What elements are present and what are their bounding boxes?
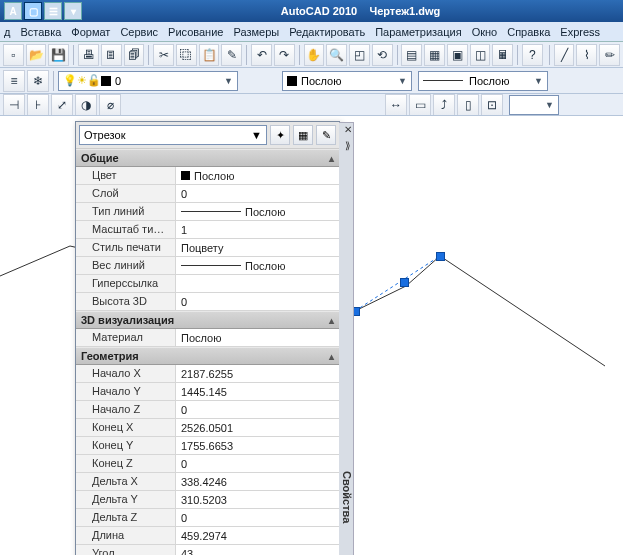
prop-starty[interactable]: Начало Y1445.145: [76, 383, 339, 401]
zoom-window-icon[interactable]: ◰: [349, 44, 370, 66]
dim-icon[interactable]: ⊣: [3, 94, 25, 116]
menu-item[interactable]: Окно: [472, 26, 498, 38]
dim-icon[interactable]: ◑: [75, 94, 97, 116]
spare-combo[interactable]: ▼: [509, 95, 559, 115]
layer-combo[interactable]: 💡 ☀ 🔓 0 ▼: [58, 71, 238, 91]
open-icon[interactable]: 📂: [26, 44, 47, 66]
object-type-combo[interactable]: Отрезок ▼: [79, 125, 267, 145]
window-title: AutoCAD 2010 Чертеж1.dwg: [102, 5, 619, 17]
prop-deltaz[interactable]: Дельта Z0: [76, 509, 339, 527]
separator: [299, 45, 300, 65]
close-icon[interactable]: ✕: [342, 124, 354, 136]
mod-icon[interactable]: ⊡: [481, 94, 503, 116]
layer-freeze-icon[interactable]: ❄: [27, 70, 49, 92]
mod-icon[interactable]: ▭: [409, 94, 431, 116]
menu-item[interactable]: Рисование: [168, 26, 223, 38]
pin-icon[interactable]: ⟫: [342, 140, 354, 152]
drawing-area[interactable]: ✕ ⟫ Свойства Отрезок ▼ ✦ ▦ ✎ Общие ▴ Цве…: [0, 116, 623, 555]
zoom-icon[interactable]: 🔍: [326, 44, 347, 66]
cut-icon[interactable]: ✂: [153, 44, 174, 66]
tool-palette-icon[interactable]: ▣: [447, 44, 468, 66]
grip-mid[interactable]: [400, 278, 409, 287]
print-icon[interactable]: 🖶: [78, 44, 99, 66]
quick-select-icon[interactable]: ✦: [270, 125, 290, 145]
prop-thickness[interactable]: Высота 3D 0: [76, 293, 339, 311]
menu-item[interactable]: Express: [560, 26, 600, 38]
qat-dropdown-icon[interactable]: ▾: [64, 2, 82, 20]
section-general[interactable]: Общие ▴: [76, 149, 339, 167]
pan-icon[interactable]: ✋: [304, 44, 325, 66]
line-icon[interactable]: ╱: [554, 44, 575, 66]
mod-icon[interactable]: ▯: [457, 94, 479, 116]
menu-item[interactable]: Формат: [71, 26, 110, 38]
select-objects-icon[interactable]: ▦: [293, 125, 313, 145]
match-icon[interactable]: ✎: [221, 44, 242, 66]
menu-item[interactable]: Сервис: [120, 26, 158, 38]
prop-deltay[interactable]: Дельта Y310.5203: [76, 491, 339, 509]
prop-layer[interactable]: Слой 0: [76, 185, 339, 203]
prop-angle[interactable]: Угол43: [76, 545, 339, 555]
save-icon[interactable]: 💾: [48, 44, 69, 66]
palette-side-label: Свойства: [341, 471, 353, 523]
redo-icon[interactable]: ↷: [274, 44, 295, 66]
undo-icon[interactable]: ↶: [251, 44, 272, 66]
prop-color[interactable]: Цвет Послою: [76, 167, 339, 185]
pick-add-icon[interactable]: ✎: [316, 125, 336, 145]
section-geometry[interactable]: Геометрия ▴: [76, 347, 339, 365]
prop-startz[interactable]: Начало Z0: [76, 401, 339, 419]
brush-icon[interactable]: ✏: [599, 44, 620, 66]
linetype-value: Послою: [469, 75, 509, 87]
mod-icon[interactable]: ⤴: [433, 94, 455, 116]
menu-item[interactable]: Параметризация: [375, 26, 461, 38]
zoom-prev-icon[interactable]: ⟲: [372, 44, 393, 66]
copy-icon[interactable]: ⿻: [176, 44, 197, 66]
menu-item[interactable]: Размеры: [233, 26, 279, 38]
prop-plotstyle[interactable]: Стиль печати Поцвету: [76, 239, 339, 257]
prop-length[interactable]: Длина459.2974: [76, 527, 339, 545]
chevron-down-icon: ▼: [251, 129, 262, 141]
linetype-combo[interactable]: Послою ▼: [418, 71, 548, 91]
qat-open-button[interactable]: ☰: [44, 2, 62, 20]
qat-app-icon[interactable]: A: [4, 2, 22, 20]
separator: [517, 45, 518, 65]
new-icon[interactable]: ▫: [3, 44, 24, 66]
dim-icon[interactable]: ⌀: [99, 94, 121, 116]
prop-linetype[interactable]: Тип линий Послою: [76, 203, 339, 221]
section-title: Общие: [81, 152, 119, 164]
publish-icon[interactable]: 🗐: [124, 44, 145, 66]
grip-end[interactable]: [436, 252, 445, 261]
design-center-icon[interactable]: ▦: [424, 44, 445, 66]
prop-ltscale[interactable]: Масштаб типа ли... 1: [76, 221, 339, 239]
section-title: 3D визуализация: [81, 314, 174, 326]
color-swatch: [101, 76, 111, 86]
dim-icon[interactable]: ⊦: [27, 94, 49, 116]
prop-lweight[interactable]: Вес линий Послою: [76, 257, 339, 275]
help-icon[interactable]: ?: [522, 44, 543, 66]
separator: [397, 45, 398, 65]
section-3dviz[interactable]: 3D визуализация ▴: [76, 311, 339, 329]
polyline-icon[interactable]: ⌇: [576, 44, 597, 66]
properties-icon[interactable]: ▤: [401, 44, 422, 66]
paste-icon[interactable]: 📋: [199, 44, 220, 66]
prop-material[interactable]: Материал Послою: [76, 329, 339, 347]
prop-endx[interactable]: Конец X2526.0501: [76, 419, 339, 437]
line-sample: [181, 265, 241, 266]
prop-deltax[interactable]: Дельта X338.4246: [76, 473, 339, 491]
menu-item[interactable]: Редактировать: [289, 26, 365, 38]
layer-manager-icon[interactable]: ≡: [3, 70, 25, 92]
print-preview-icon[interactable]: 🗏: [101, 44, 122, 66]
menu-item[interactable]: д: [4, 26, 10, 38]
sheet-set-icon[interactable]: ◫: [470, 44, 491, 66]
menu-item[interactable]: Справка: [507, 26, 550, 38]
color-combo[interactable]: Послою ▼: [282, 71, 412, 91]
prop-endz[interactable]: Конец Z0: [76, 455, 339, 473]
prop-startx[interactable]: Начало X2187.6255: [76, 365, 339, 383]
extra-toolbar: ⊣ ⊦ ⤢ ◑ ⌀ ↔ ▭ ⤴ ▯ ⊡ ▼: [0, 94, 623, 116]
qat-new-button[interactable]: ▢: [24, 2, 42, 20]
prop-hyperlink[interactable]: Гиперссылка: [76, 275, 339, 293]
prop-endy[interactable]: Конец Y1755.6653: [76, 437, 339, 455]
menu-item[interactable]: Вставка: [20, 26, 61, 38]
calc-icon[interactable]: 🖩: [492, 44, 513, 66]
mod-icon[interactable]: ↔: [385, 94, 407, 116]
dim-icon[interactable]: ⤢: [51, 94, 73, 116]
